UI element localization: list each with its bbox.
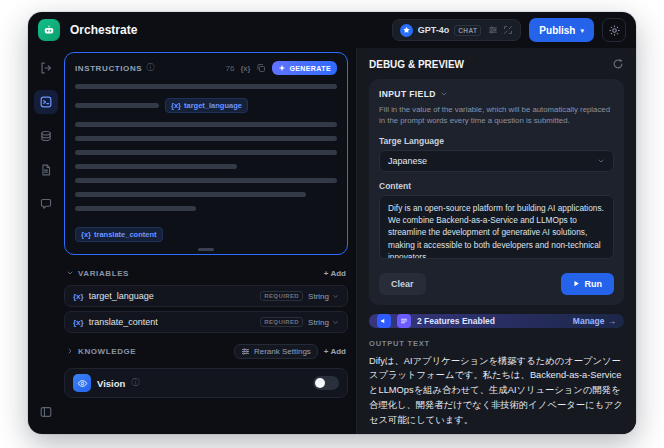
model-selector[interactable]: GPT-4o CHAT — [392, 19, 522, 41]
input-field-header[interactable]: INPUT FIELD — [379, 89, 614, 99]
left-icon-rail — [28, 48, 64, 434]
chevron-down-icon — [332, 293, 339, 300]
input-field-description: Fill in the value of the variable, which… — [379, 104, 614, 127]
char-count: 76 — [226, 64, 235, 73]
manage-features-link[interactable]: Manage → — [573, 316, 616, 326]
variable-type-label: String — [308, 318, 329, 327]
target-language-label: Targe Language — [379, 136, 614, 146]
sidebar-item-annotations[interactable] — [34, 192, 58, 216]
variable-name: target_language — [89, 291, 154, 301]
knowledge-title: KNOWLEDGE — [78, 347, 136, 356]
robot-icon — [42, 23, 56, 37]
variable-token: {x} — [81, 230, 91, 239]
chevron-down-icon — [597, 157, 605, 165]
variables-header[interactable]: VARIABLES + Add — [64, 265, 348, 281]
play-icon — [573, 280, 580, 287]
sidebar-item-datasets[interactable] — [34, 124, 58, 148]
debug-preview-panel: DEBUG & PREVIEW INPUT FIELD Fill in the … — [356, 48, 636, 434]
features-enabled-label: 2 Features Enabled — [417, 316, 495, 326]
variable-chip-label: translate_content — [94, 230, 157, 239]
info-icon[interactable]: ⓘ — [146, 64, 154, 72]
content-input[interactable]: Dify is an open-source platform for buil… — [379, 195, 614, 259]
info-icon[interactable]: ⓘ — [131, 379, 139, 387]
rerank-settings-button[interactable]: Rerank Settings — [234, 344, 318, 359]
output-text-title: OUTPUT TEXT — [369, 339, 624, 348]
content-label: Content — [379, 181, 614, 191]
variable-name: translate_content — [89, 317, 158, 327]
speech-feature-icon — [377, 314, 391, 328]
add-knowledge-button[interactable]: + Add — [324, 347, 346, 356]
variable-chip-target-language[interactable]: {x} target_language — [165, 98, 248, 113]
orchestrate-panel: INSTRUCTIONS ⓘ 76 {x} GENERATE — [64, 48, 356, 434]
required-badge: REQUIRED — [260, 291, 303, 301]
gear-icon — [608, 24, 621, 37]
variable-type-select[interactable]: String — [308, 292, 339, 301]
variable-chip-label: target_language — [184, 101, 242, 110]
resize-handle[interactable] — [198, 248, 214, 251]
sparkle-icon — [278, 64, 286, 72]
chevron-down-icon — [332, 319, 339, 326]
features-enabled-bar: 2 Features Enabled Manage → — [369, 314, 624, 328]
run-button[interactable]: Run — [561, 273, 615, 295]
app-window: Orchestrate GPT-4o CHAT Publish ▾ — [28, 12, 636, 434]
sidebar-item-logs[interactable] — [34, 158, 58, 182]
vision-toggle[interactable] — [313, 376, 339, 390]
variable-chip-translate-content[interactable]: {x} translate_content — [75, 227, 163, 242]
model-provider-icon — [400, 24, 413, 37]
instructions-editor[interactable]: INSTRUCTIONS ⓘ 76 {x} GENERATE — [64, 52, 348, 255]
variables-title: VARIABLES — [78, 269, 129, 278]
sliders-icon — [241, 347, 250, 356]
input-field-card: INPUT FIELD Fill in the value of the var… — [369, 79, 624, 305]
arrow-right-icon: → — [608, 316, 617, 326]
chevron-down-icon — [66, 269, 74, 277]
instructions-title: INSTRUCTIONS — [75, 64, 142, 73]
chevron-down-icon — [440, 90, 448, 98]
input-field-title: INPUT FIELD — [379, 89, 436, 99]
model-settings-icons — [488, 25, 513, 35]
app-logo[interactable] — [38, 19, 60, 41]
exit-app-icon[interactable] — [34, 56, 58, 80]
sliders-icon[interactable] — [488, 25, 498, 35]
insert-variable-icon[interactable]: {x} — [240, 64, 250, 73]
clear-button[interactable]: Clear — [379, 273, 426, 295]
variable-token: {x} — [73, 292, 84, 301]
eye-icon — [73, 374, 91, 392]
output-text: Difyは、AIアプリケーションを構築するためのオープンソースプラットフォームで… — [369, 354, 624, 428]
collapse-panel-icon[interactable] — [34, 400, 58, 424]
variable-row[interactable]: {x} target_language REQUIRED String — [64, 285, 348, 307]
sidebar-item-orchestrate[interactable] — [34, 90, 58, 114]
variable-type-label: String — [308, 292, 329, 301]
refresh-icon[interactable] — [612, 58, 624, 70]
variable-token: {x} — [73, 318, 84, 327]
manage-label: Manage — [573, 316, 605, 326]
generate-button[interactable]: GENERATE — [272, 61, 337, 75]
app-header: Orchestrate GPT-4o CHAT Publish ▾ — [28, 12, 636, 48]
variable-row[interactable]: {x} translate_content REQUIRED String — [64, 311, 348, 333]
publish-button[interactable]: Publish ▾ — [529, 18, 594, 42]
variable-token: {x} — [171, 101, 181, 110]
rerank-settings-label: Rerank Settings — [254, 347, 311, 356]
expand-icon[interactable] — [503, 25, 513, 35]
toggle-knob — [315, 378, 325, 388]
run-label: Run — [585, 279, 603, 289]
generate-label: GENERATE — [289, 65, 331, 72]
prompt-skeleton: {x} target_language {x} translate — [75, 84, 337, 242]
copy-icon[interactable] — [256, 63, 266, 73]
add-variable-button[interactable]: + Add — [324, 269, 346, 278]
debug-preview-title: DEBUG & PREVIEW — [369, 59, 464, 70]
vision-label: Vision — [97, 378, 125, 389]
required-badge: REQUIRED — [260, 317, 303, 327]
citation-feature-icon — [397, 314, 411, 328]
page-title: Orchestrate — [70, 23, 137, 37]
target-language-value: Japanese — [388, 156, 427, 166]
chevron-down-icon: ▾ — [580, 27, 584, 34]
variable-type-select[interactable]: String — [308, 318, 339, 327]
settings-button[interactable] — [602, 18, 626, 42]
vision-feature-row: Vision ⓘ — [64, 368, 348, 398]
model-name: GPT-4o — [418, 25, 450, 35]
chat-mode-badge: CHAT — [454, 25, 481, 36]
target-language-select[interactable]: Japanese — [379, 150, 614, 172]
publish-label: Publish — [539, 25, 575, 36]
knowledge-header[interactable]: KNOWLEDGE Rerank Settings + Add — [64, 343, 348, 359]
chevron-right-icon — [66, 347, 74, 355]
